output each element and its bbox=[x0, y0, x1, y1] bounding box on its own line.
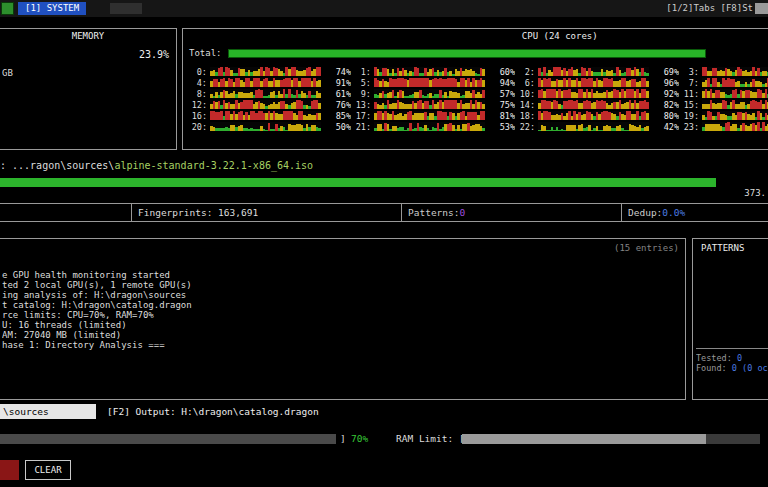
memory-percent: 23.9% bbox=[139, 49, 169, 60]
cpu-core-sparkline bbox=[374, 100, 485, 109]
current-file-name: alpine-standard-3.22.1-x86_64.iso bbox=[114, 160, 313, 171]
cpu-core-cell: 4:91% bbox=[187, 77, 351, 88]
io-row: [F2] Output: H:\dragon\catalog.dragon bbox=[0, 404, 768, 420]
cpu-core-sparkline bbox=[702, 78, 768, 87]
cpu-core-sparkline bbox=[210, 100, 321, 109]
inactive-tab-placeholder[interactable] bbox=[110, 3, 142, 14]
cpu-core-label: 19: bbox=[679, 111, 699, 121]
cpu-core-sparkline bbox=[702, 122, 768, 131]
cpu-core-cell: 23: bbox=[679, 121, 768, 132]
cpu-core-label: 15: bbox=[679, 100, 699, 110]
cpu-core-cell: 13:75% bbox=[351, 99, 515, 110]
log-line: t catalog: H:\dragon\catalog.dragon bbox=[2, 300, 681, 310]
alert-badge[interactable] bbox=[0, 460, 19, 480]
log-line: ing analysis of: H:\dragon\sources bbox=[2, 290, 681, 300]
cpu-core-label: 23: bbox=[679, 122, 699, 132]
cpu-total-label: Total: bbox=[189, 48, 222, 58]
cpu-core-cell: 21:53% bbox=[351, 121, 515, 132]
cpu-core-label: 10: bbox=[515, 89, 535, 99]
cpu-core-sparkline bbox=[374, 122, 485, 131]
cpu-core-cell: 10:92% bbox=[515, 88, 679, 99]
cpu-core-cell: 11: bbox=[679, 88, 768, 99]
current-file-line: : ...ragon\sources\alpine-standard-3.22.… bbox=[0, 160, 313, 171]
app-screen: [1] SYSTEM [1/2]Tabs [F8]St MEMORY 23.9%… bbox=[0, 0, 768, 487]
patterns-footer: Tested: 0 Found: 0 (0 occ bbox=[696, 348, 768, 373]
cpu-core-sparkline bbox=[702, 67, 768, 76]
patterns-label: Patterns: bbox=[408, 207, 459, 218]
stat-fingerprints: Fingerprints: 163,691 bbox=[132, 204, 402, 221]
cpu-limit-percent: 70% bbox=[351, 433, 368, 444]
log-line: rce limits: CPU=70%, RAM=70% bbox=[2, 310, 681, 320]
cpu-core-sparkline bbox=[374, 111, 485, 120]
clear-button[interactable]: CLEAR bbox=[25, 460, 71, 480]
cpu-core-cell: 18:80% bbox=[515, 110, 679, 121]
cpu-core-label: 5: bbox=[351, 78, 371, 88]
log-line: e GPU health monitoring started bbox=[2, 270, 681, 280]
cpu-core-cell: 2:69% bbox=[515, 66, 679, 77]
source-path-input[interactable] bbox=[0, 404, 96, 419]
cpu-core-sparkline bbox=[538, 100, 649, 109]
cpu-core-sparkline bbox=[210, 89, 321, 98]
limits-row: ] 70% RAM Limit: [ bbox=[0, 432, 768, 446]
cpu-core-label: 8: bbox=[187, 89, 207, 99]
topbar-hints: [1/2]Tabs [F8]St bbox=[666, 3, 753, 13]
log-line: ted 2 local GPU(s), 1 remote GPU(s) bbox=[2, 280, 681, 290]
cpu-core-label: 21: bbox=[351, 122, 371, 132]
cpu-core-sparkline bbox=[374, 67, 485, 76]
log-line: AM: 27040 MB (limited) bbox=[2, 330, 681, 340]
patterns-value: 0 bbox=[459, 207, 465, 218]
cpu-total-row: Total: bbox=[189, 48, 706, 58]
stat-cell-truncated bbox=[0, 204, 132, 221]
cpu-core-cell: 3: bbox=[679, 66, 768, 77]
cpu-core-percent: 69% bbox=[652, 67, 679, 77]
cpu-core-cell: 5:94% bbox=[351, 77, 515, 88]
cpu-gauge-bracket: ] bbox=[340, 433, 346, 444]
cpu-core-percent: 76% bbox=[324, 100, 351, 110]
log-panel[interactable]: (15 entries) e GPU health monitoring sta… bbox=[0, 238, 686, 400]
log-line: U: 16 threads (limited) bbox=[2, 320, 681, 330]
cpu-core-label: 12: bbox=[187, 100, 207, 110]
cpu-limit-gauge[interactable] bbox=[0, 434, 336, 444]
patterns-tested-row: Tested: 0 bbox=[696, 353, 768, 363]
dedup-value: 0.0% bbox=[662, 207, 685, 218]
ram-limit-gauge-fill bbox=[462, 434, 706, 444]
cpu-core-sparkline bbox=[702, 100, 768, 109]
cpu-core-percent: 85% bbox=[324, 111, 351, 121]
cpu-core-sparkline bbox=[210, 122, 321, 131]
cpu-core-cell: 19: bbox=[679, 110, 768, 121]
cpu-core-sparkline bbox=[374, 78, 485, 87]
cpu-core-sparkline bbox=[538, 122, 649, 131]
patterns-panel-title: PATTERNS bbox=[701, 243, 744, 253]
memory-gb-label: GB bbox=[2, 68, 13, 78]
cpu-core-percent: 94% bbox=[488, 78, 515, 88]
cpu-core-percent: 92% bbox=[652, 89, 679, 99]
cpu-core-cell: 7: bbox=[679, 77, 768, 88]
cpu-core-percent: 91% bbox=[324, 78, 351, 88]
patterns-panel: PATTERNS Tested: 0 Found: 0 (0 occ bbox=[692, 238, 768, 400]
cpu-core-percent: 80% bbox=[652, 111, 679, 121]
cpu-core-cell: 22:42% bbox=[515, 121, 679, 132]
ram-limit-gauge[interactable] bbox=[462, 434, 760, 444]
cpu-core-sparkline bbox=[538, 111, 649, 120]
cpu-core-label: 3: bbox=[679, 67, 699, 77]
cpu-core-percent: 53% bbox=[488, 122, 515, 132]
memory-panel-title: MEMORY bbox=[72, 31, 105, 41]
dedup-label: Dedup: bbox=[628, 207, 662, 218]
cpu-core-percent: 57% bbox=[488, 89, 515, 99]
output-path-label: [F2] Output: H:\dragon\catalog.dragon bbox=[107, 406, 319, 417]
log-lines: e GPU health monitoring startedted 2 loc… bbox=[2, 270, 681, 350]
cpu-core-cell: 12:76% bbox=[187, 99, 351, 110]
cpu-core-cell: 15: bbox=[679, 99, 768, 110]
tab-system[interactable]: [1] SYSTEM bbox=[18, 2, 86, 15]
found-label: Found: bbox=[696, 363, 727, 373]
progress-rate: 373. bbox=[744, 188, 766, 198]
found-value: 0 (0 occ bbox=[732, 363, 768, 373]
cpu-core-percent: 81% bbox=[488, 111, 515, 121]
cpu-core-sparkline bbox=[538, 89, 649, 98]
cpu-core-sparkline bbox=[374, 89, 485, 98]
tested-label: Tested: bbox=[696, 353, 732, 363]
stat-dedup: Dedup: 0.0% bbox=[622, 204, 768, 221]
cpu-core-percent: 74% bbox=[324, 67, 351, 77]
cpu-core-cell: 9:57% bbox=[351, 88, 515, 99]
log-line: hase 1: Directory Analysis === bbox=[2, 340, 681, 350]
